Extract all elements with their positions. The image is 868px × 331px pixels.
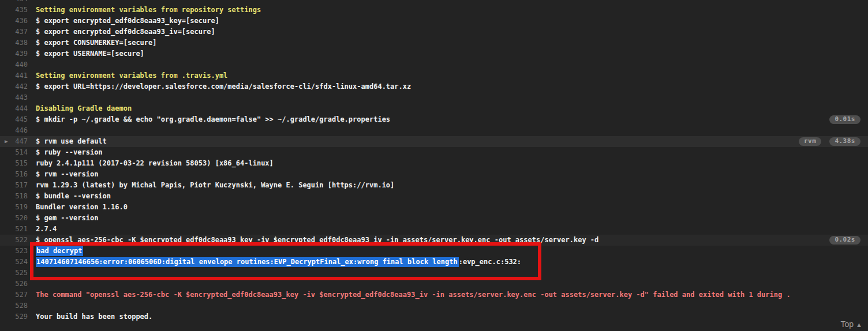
log-line-441: 441Setting environment variables from .t… [0, 70, 868, 81]
log-text-segment: Bundler version 1.16.0 [36, 203, 128, 211]
log-text-segment: The command "openssl aes-256-cbc -K $enc… [36, 291, 791, 299]
log-text-segment: $ export USERNAME=[secure] [36, 50, 144, 58]
line-number[interactable]: 516 [0, 169, 36, 180]
log-line-text: Disabling Gradle daemon [36, 104, 132, 112]
log-line-438: 438$ export CONSUMERKEY=[secure] [0, 37, 868, 48]
duration-badge: 0.02s [829, 236, 860, 245]
line-number[interactable]: 522 [0, 235, 36, 246]
line-number[interactable]: 527 [0, 289, 36, 300]
log-text-segment: $ export URL=https://developer.salesforc… [36, 82, 411, 91]
line-number[interactable]: 520 [0, 213, 36, 224]
log-line-text: $ ruby --version [36, 148, 103, 156]
fold-tag-badge: rvm [799, 137, 821, 146]
log-text-segment: $ ruby --version [36, 148, 103, 156]
line-number[interactable]: 443 [0, 92, 36, 103]
line-number[interactable]: 524 [0, 257, 36, 268]
line-number[interactable]: 435 [0, 5, 36, 16]
line-number[interactable]: 444 [0, 103, 36, 114]
line-number[interactable]: 442 [0, 81, 36, 92]
log-text-segment: $ gem --version [36, 214, 98, 222]
log-line-521: 5212.7.4 [0, 224, 868, 235]
selected-text: 140714607146656:error:0606506D:digital e… [36, 257, 459, 267]
line-number[interactable]: 446 [0, 125, 36, 136]
log-text-segment: $ bundle --version [36, 192, 111, 200]
duration-badge: 4.38s [829, 137, 860, 146]
top-link-label: Top [841, 319, 854, 329]
log-line-445: 445$ mkdir -p ~/.gradle && echo "org.gra… [0, 114, 868, 125]
log-text-segment: $ rvm --version [36, 170, 98, 178]
log-line-text: Your build has been stopped. [36, 313, 152, 321]
log-line-text: 140714607146656:error:0606506D:digital e… [36, 257, 521, 267]
scroll-to-top-link[interactable]: Top▲ [841, 319, 862, 329]
log-line-text: The command "openssl aes-256-cbc -K $enc… [36, 291, 791, 299]
log-line-text: $ bundle --version [36, 192, 111, 200]
log-text-segment: $ openssl aes-256-cbc -K $encrypted_edf0… [36, 236, 598, 244]
log-text-segment: $ export CONSUMERKEY=[secure] [36, 39, 157, 47]
log-line-520: 520$ gem --version [0, 213, 868, 224]
log-line-517: 517rvm 1.29.3 (latest) by Michal Papis, … [0, 180, 868, 191]
log-line-446: 446 [0, 125, 868, 136]
log-text-segment: 2.7.4 [36, 225, 57, 233]
fold-toggle-icon[interactable]: ▶ [5, 136, 8, 147]
log-line-529: 529Your build has been stopped. [0, 311, 868, 322]
line-number[interactable]: 521 [0, 224, 36, 235]
line-number[interactable]: 517 [0, 180, 36, 191]
log-text-segment: ruby 2.4.1p111 (2017-03-22 revision 5805… [36, 159, 274, 167]
line-number[interactable]: 445 [0, 114, 36, 125]
line-number[interactable]: 519 [0, 202, 36, 213]
build-log-viewport: 434435Setting environment variables from… [0, 0, 868, 331]
log-line-518: 518$ bundle --version [0, 191, 868, 202]
log-line-522: 522$ openssl aes-256-cbc -K $encrypted_e… [0, 235, 868, 246]
log-line-text: $ rvm use default [36, 137, 107, 145]
log-line-437: 437$ export encrypted_edf0dc8eaa93_iv=[s… [0, 27, 868, 37]
line-number[interactable]: 439 [0, 48, 36, 59]
log-text-segment: :evp_enc.c:532: [459, 258, 521, 266]
selected-text: bad decrypt [36, 246, 83, 256]
log-text-segment: $ mkdir -p ~/.gradle && echo "org.gradle… [36, 115, 390, 123]
line-number[interactable]: 514 [0, 147, 36, 158]
log-text-segment: Setting environment variables from repos… [36, 6, 261, 14]
line-number[interactable]: 437 [0, 27, 36, 37]
log-line-523: 523bad decrypt [0, 246, 868, 257]
log-line-text: Bundler version 1.16.0 [36, 203, 128, 211]
line-number[interactable]: 438 [0, 37, 36, 48]
line-badges: 0.01s [829, 115, 860, 124]
log-line-439: 439$ export USERNAME=[secure] [0, 48, 868, 59]
log-line-text: Setting environment variables from repos… [36, 6, 261, 14]
log-line-text: ruby 2.4.1p111 (2017-03-22 revision 5805… [36, 159, 274, 167]
log-line-434: 434 [0, 0, 868, 5]
log-line-519: 519Bundler version 1.16.0 [0, 202, 868, 213]
line-number[interactable]: 436 [0, 16, 36, 27]
line-number[interactable]: 526 [0, 279, 36, 289]
log-line-text: $ gem --version [36, 214, 98, 222]
line-badges: 0.02s [829, 236, 860, 245]
log-line-527: 527The command "openssl aes-256-cbc -K $… [0, 289, 868, 300]
line-number[interactable]: 525 [0, 268, 36, 279]
line-number[interactable]: 441 [0, 70, 36, 81]
log-text-segment: rvm 1.29.3 (latest) by Michal Papis, Pio… [36, 181, 394, 189]
log-line-text: 2.7.4 [36, 225, 57, 233]
build-log: 434435Setting environment variables from… [0, 0, 868, 322]
log-text-segment: Your build has been stopped. [36, 313, 152, 321]
line-number[interactable]: 518 [0, 191, 36, 202]
log-text-segment: $ export encrypted_edf0dc8eaa93_key=[sec… [36, 17, 219, 25]
log-text-segment: $ rvm use default [36, 137, 107, 145]
line-number[interactable]: 440 [0, 59, 36, 70]
log-line-text: rvm 1.29.3 (latest) by Michal Papis, Pio… [36, 181, 394, 189]
log-line-text: $ export USERNAME=[secure] [36, 50, 144, 58]
log-line-436: 436$ export encrypted_edf0dc8eaa93_key=[… [0, 16, 868, 27]
log-line-526: 526 [0, 279, 868, 289]
log-line-514: 514$ ruby --version [0, 147, 868, 158]
line-number[interactable]: 434 [0, 0, 36, 5]
log-line-442: 442$ export URL=https://developer.salesf… [0, 81, 868, 92]
log-line-516: 516$ rvm --version [0, 169, 868, 180]
line-number[interactable]: 523 [0, 246, 36, 257]
log-line-text: bad decrypt [36, 246, 83, 256]
log-line-text: $ export encrypted_edf0dc8eaa93_iv=[secu… [36, 28, 215, 36]
log-line-443: 443 [0, 92, 868, 103]
line-number[interactable]: 529 [0, 311, 36, 322]
line-number[interactable]: 528 [0, 300, 36, 311]
log-line-text: $ openssl aes-256-cbc -K $encrypted_edf0… [36, 236, 598, 244]
line-number[interactable]: 515 [0, 158, 36, 169]
log-line-text: $ rvm --version [36, 170, 98, 178]
